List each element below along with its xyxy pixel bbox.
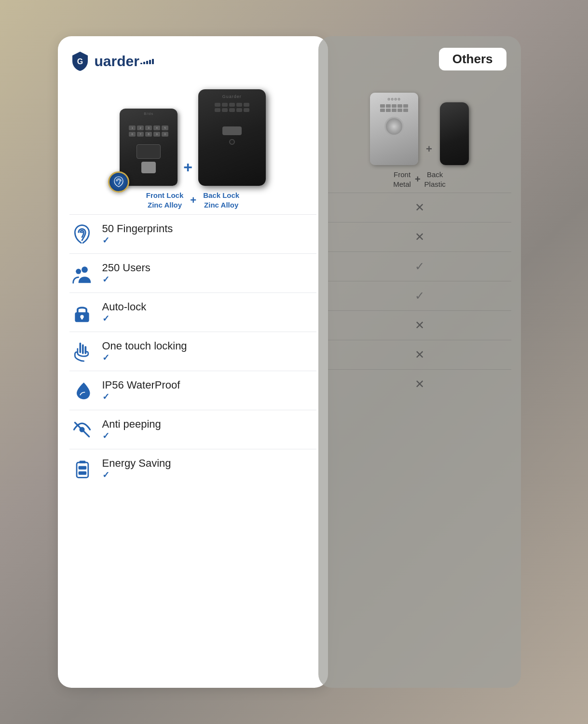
left-product-card: G uarder B/ds xyxy=(58,36,328,688)
logo-main: uarder xyxy=(95,53,139,70)
feature-row-waterproof: IP56 WaterProof ✓ xyxy=(69,371,316,410)
waterproof-text: IP56 WaterProof ✓ xyxy=(102,379,316,402)
feature-list: 50 Fingerprints ✓ 250 Users ✓ xyxy=(69,214,316,488)
svg-line-8 xyxy=(75,422,89,436)
others-cylinder xyxy=(384,117,404,136)
energysaving-indicator: ✕ xyxy=(415,377,424,391)
others-front-label: Front Metal xyxy=(393,170,411,189)
users-indicator: ✕ xyxy=(415,230,424,244)
svg-rect-12 xyxy=(78,466,86,470)
right-others-card: Others ⚙⚙⚙⚙ + xyxy=(318,36,521,688)
svg-rect-11 xyxy=(78,472,86,475)
feature-row-onetouch: One touch locking ✓ xyxy=(69,332,316,371)
others-back-label: Back Plastic xyxy=(424,170,446,189)
onetouch-indicator: ✓ xyxy=(415,289,424,303)
back-lock-keyhole xyxy=(229,139,235,145)
others-back-lock xyxy=(440,102,469,165)
others-plus-sign: + xyxy=(426,143,432,155)
product-image-area: B/ds 1 2 3 4 5 6 7 8 9 0 xyxy=(69,80,316,186)
front-lock-shape: B/ds 1 2 3 4 5 6 7 8 9 0 xyxy=(120,109,178,186)
front-lock-label: Front Lock Zinc Alloy xyxy=(146,191,184,209)
autolock-indicator: ✓ xyxy=(415,260,424,273)
right-row-onetouch: ✓ xyxy=(328,281,511,310)
others-labels: Front Metal + Back Plastic xyxy=(328,170,511,189)
fingerprint-circle-icon xyxy=(113,176,124,188)
back-lock-thumb-turn xyxy=(222,126,242,135)
feature-row-fingerprints: 50 Fingerprints ✓ xyxy=(69,214,316,253)
autolock-text: Auto-lock ✓ xyxy=(102,301,316,324)
svg-rect-9 xyxy=(77,462,88,477)
back-lock-shape: Guarder xyxy=(198,89,266,186)
others-product-area: ⚙⚙⚙⚙ + xyxy=(328,78,511,165)
signal-bars-icon xyxy=(140,59,154,64)
svg-point-2 xyxy=(82,266,88,273)
svg-rect-10 xyxy=(79,461,85,464)
svg-text:G: G xyxy=(77,57,82,66)
others-front-lock: ⚙⚙⚙⚙ xyxy=(370,93,418,165)
water-icon xyxy=(69,378,95,403)
feature-row-users: 250 Users ✓ xyxy=(69,253,316,292)
feature-row-antipeeping: Anti peeping ✓ xyxy=(69,410,316,449)
others-keypad xyxy=(380,104,408,112)
fingerprints-indicator: ✕ xyxy=(415,201,424,214)
svg-point-1 xyxy=(81,232,83,234)
comparison-container: G uarder B/ds xyxy=(58,36,531,688)
others-labels-plus: + xyxy=(415,174,421,185)
label-plus-sign: + xyxy=(190,194,196,207)
lock-icon xyxy=(69,300,95,325)
right-row-waterproof: ✕ xyxy=(328,310,511,340)
back-lock-label: Back Lock Zinc Alloy xyxy=(203,191,239,209)
logo-text: uarder xyxy=(95,53,154,70)
users-icon xyxy=(69,261,95,286)
right-row-energysaving: ✕ xyxy=(328,369,511,399)
logo-area: G uarder xyxy=(69,51,316,72)
antipeeping-text: Anti peeping ✓ xyxy=(102,418,316,441)
fingerprint-icon xyxy=(69,222,95,247)
feature-row-autolock: Auto-lock ✓ xyxy=(69,292,316,332)
front-keypad: 1 2 3 4 5 6 7 8 9 0 xyxy=(129,125,168,137)
product-labels: Front Lock Zinc Alloy + Back Lock Zinc A… xyxy=(69,191,316,209)
right-row-autolock: ✓ xyxy=(328,251,511,281)
back-lock-image: Guarder xyxy=(198,89,266,186)
right-row-users: ✕ xyxy=(328,222,511,251)
eye-icon xyxy=(69,417,95,442)
feature-row-energysaving: Energy Saving ✓ xyxy=(69,449,316,488)
right-feature-rows: ✕ ✕ ✓ ✓ ✕ ✕ ✕ xyxy=(328,193,511,673)
energysaving-text: Energy Saving ✓ xyxy=(102,457,316,480)
right-row-fingerprints: ✕ xyxy=(328,193,511,222)
onetouch-text: One touch locking ✓ xyxy=(102,340,316,363)
others-badge: Others xyxy=(439,48,506,70)
back-keypad xyxy=(215,103,249,112)
waterproof-indicator: ✕ xyxy=(415,319,424,332)
fingerprint-reader xyxy=(108,171,129,193)
guarder-logo-icon: G xyxy=(69,51,91,72)
svg-rect-6 xyxy=(81,317,83,320)
touch-icon xyxy=(69,339,95,364)
right-row-antipeeping: ✕ xyxy=(328,340,511,369)
users-text: 250 Users ✓ xyxy=(102,262,316,285)
product-plus-sign: + xyxy=(183,158,192,176)
antipeeping-indicator: ✕ xyxy=(415,348,424,362)
fingerprints-text: 50 Fingerprints ✓ xyxy=(102,223,316,246)
front-lock-image: B/ds 1 2 3 4 5 6 7 8 9 0 xyxy=(120,109,178,186)
svg-point-3 xyxy=(76,269,81,274)
battery-icon xyxy=(69,456,95,481)
